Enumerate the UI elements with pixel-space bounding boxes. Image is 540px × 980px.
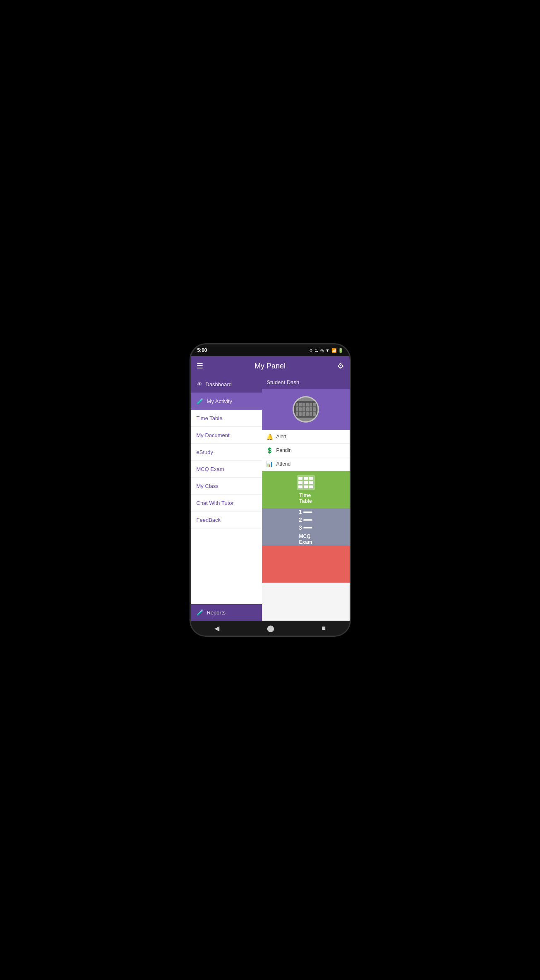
extra-card[interactable]: [262, 545, 350, 583]
avatar: [293, 396, 319, 423]
dashboard-label: Dashboard: [206, 381, 232, 387]
pending-label: Pendin: [276, 447, 292, 453]
sd-status-icon: 🗂: [314, 348, 319, 353]
signal-icon: 📶: [331, 348, 336, 353]
stat-pending[interactable]: 💲 Pendin: [262, 444, 350, 457]
sync-status-icon: ◎: [320, 348, 324, 353]
menu-icon[interactable]: ☰: [197, 361, 203, 370]
sidebar-item-my-class[interactable]: My Class: [191, 478, 262, 495]
phone-frame: 5:00 ⚙ 🗂 ◎ ▼ 📶 🔋 ☰ My Panel ⚙ 👁 Dashboar…: [190, 343, 351, 637]
dashboard-cards: TimeTable 1 2: [262, 471, 350, 583]
stats-row: 🔔 Alert 💲 Pendin 📊 Attend: [262, 430, 350, 471]
sidebar-item-feedback[interactable]: FeedBack: [191, 512, 262, 528]
main-content-header: Student Dash: [262, 376, 350, 389]
status-icons: ⚙ 🗂 ◎ ▼ 📶 🔋: [309, 348, 343, 353]
content-area: 👁 Dashboard 🧪 My Activity Time Table My …: [191, 376, 350, 621]
wifi-icon: ▼: [326, 348, 330, 353]
attendance-label: Attend: [276, 461, 291, 467]
mcq-exam-label: MCQ Exam: [197, 466, 224, 472]
feedback-label: FeedBack: [197, 517, 221, 523]
chat-with-tutor-label: Chat With Tutor: [197, 500, 234, 506]
alert-label: Alert: [276, 434, 287, 440]
status-bar: 5:00 ⚙ 🗂 ◎ ▼ 📶 🔋: [191, 344, 350, 356]
sidebar: 👁 Dashboard 🧪 My Activity Time Table My …: [191, 376, 262, 621]
settings-status-icon: ⚙: [309, 348, 313, 353]
time-table-card[interactable]: TimeTable: [262, 471, 350, 508]
flask-icon: 🧪: [197, 398, 204, 404]
sidebar-item-dashboard[interactable]: 👁 Dashboard: [191, 376, 262, 393]
recent-button[interactable]: ■: [322, 624, 326, 632]
profile-card: [262, 389, 350, 430]
stat-alert[interactable]: 🔔 Alert: [262, 430, 350, 444]
time-table-label: Time Table: [197, 415, 223, 421]
mcq-icon: 1 2 3: [299, 509, 312, 531]
back-button[interactable]: ◀: [214, 624, 219, 632]
eye-icon: 👁: [197, 381, 202, 387]
time-table-card-label: TimeTable: [299, 492, 312, 504]
header-title: My Panel: [203, 362, 337, 370]
header-settings-icon[interactable]: ⚙: [337, 361, 344, 370]
stat-attendance[interactable]: 📊 Attend: [262, 457, 350, 471]
battery-icon: 🔋: [338, 348, 343, 353]
my-activity-label: My Activity: [207, 398, 232, 404]
sidebar-item-mcq-exam[interactable]: MCQ Exam: [191, 461, 262, 478]
status-time: 5:00: [197, 347, 207, 353]
main-content: Student Dash: [262, 376, 350, 621]
sidebar-item-my-activity[interactable]: 🧪 My Activity: [191, 393, 262, 410]
sidebar-item-my-document[interactable]: My Document: [191, 427, 262, 444]
sub-items-list: Time Table My Document eStudy MCQ Exam M…: [191, 410, 262, 604]
keyboard-icon: [294, 401, 317, 418]
estudy-label: eStudy: [197, 449, 213, 455]
nav-bar: ◀ ⬤ ■: [191, 621, 350, 636]
mcq-exam-card-label: MCQExam: [299, 533, 312, 545]
home-button[interactable]: ⬤: [267, 624, 274, 632]
dollar-icon: 💲: [266, 447, 273, 454]
reports-flask-icon: 🧪: [197, 609, 204, 616]
my-class-label: My Class: [197, 483, 218, 489]
mcq-exam-card[interactable]: 1 2 3 MCQExam: [262, 508, 350, 545]
sidebar-item-reports[interactable]: 🧪 Reports: [191, 604, 262, 621]
chart-icon: 📊: [266, 461, 273, 467]
bell-icon: 🔔: [266, 433, 273, 440]
my-document-label: My Document: [197, 432, 230, 438]
screen: ☰ My Panel ⚙ 👁 Dashboard 🧪 My Activity: [191, 356, 350, 621]
app-header: ☰ My Panel ⚙: [191, 356, 350, 376]
reports-label: Reports: [207, 610, 226, 616]
sidebar-item-estudy[interactable]: eStudy: [191, 444, 262, 461]
timetable-grid-icon: [297, 475, 315, 490]
sidebar-item-time-table[interactable]: Time Table: [191, 410, 262, 427]
sidebar-item-chat-with-tutor[interactable]: Chat With Tutor: [191, 495, 262, 512]
